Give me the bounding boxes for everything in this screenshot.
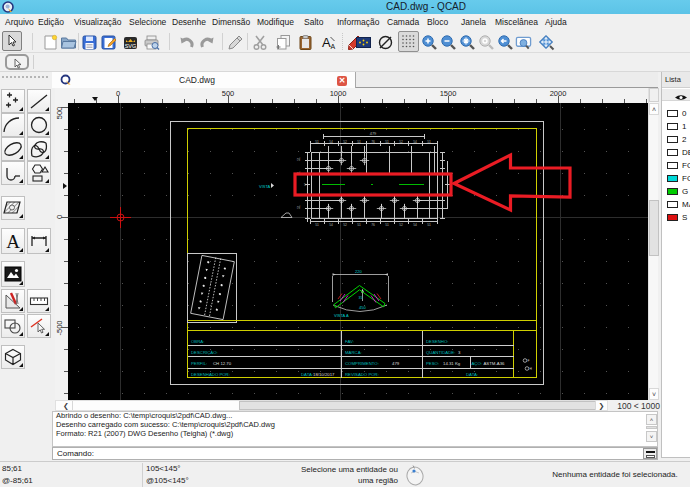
svg-text:51: 51 [427,223,431,227]
svg-text:52: 52 [343,140,347,144]
svg-text:DESENHADO POR:: DESENHADO POR: [191,372,230,377]
svg-text:SVG: SVG [125,43,137,49]
svg-text:MARCA:: MARCA: [345,350,362,355]
svg-text:51: 51 [315,223,319,227]
svg-text:CH 12.70: CH 12.70 [213,361,232,366]
svg-text:51: 51 [385,140,389,144]
svg-text:51: 51 [315,140,319,144]
svg-text:REVISADO POR:: REVISADO POR: [345,372,379,377]
svg-text:51: 51 [357,223,361,227]
svg-text:51: 51 [427,140,431,144]
svg-text:OBRA:: OBRA: [191,339,204,344]
svg-text:54: 54 [329,223,333,227]
svg-text:14.31 Kg: 14.31 Kg [443,361,461,366]
svg-text:76: 76 [371,223,375,227]
svg-text:DESCRIÇÃO:: DESCRIÇÃO: [191,350,218,355]
svg-text:52: 52 [399,223,403,227]
svg-text:A: A [331,43,336,50]
svg-text:ASTM-A36: ASTM-A36 [484,361,506,366]
svg-text:DESENHO:: DESENHO: [426,339,448,344]
svg-text:479: 479 [370,131,377,136]
svg-text:54: 54 [413,223,417,227]
svg-text:18/10/2017: 18/10/2017 [313,372,335,377]
svg-text:FAV:: FAV: [345,339,354,344]
svg-text:51: 51 [297,205,301,209]
svg-text:PERFIL:: PERFIL: [191,361,207,366]
svg-text:PESO:: PESO: [426,361,439,366]
svg-text:VISTA: VISTA [259,184,271,189]
svg-text:220: 220 [355,269,362,274]
svg-text:F: F [528,359,530,363]
svg-text:VISTA A: VISTA A [334,313,349,318]
svg-text:52: 52 [343,223,347,227]
svg-text:DATA:: DATA: [466,372,478,377]
svg-text:54: 54 [329,140,333,144]
svg-text:51: 51 [385,223,389,227]
svg-text:35: 35 [359,296,363,300]
svg-text:500: 500 [55,107,64,120]
svg-text:76: 76 [371,140,375,144]
svg-text:51: 51 [357,140,361,144]
svg-text:5: 5 [304,183,306,187]
svg-text:54: 54 [413,140,417,144]
svg-text:450: 450 [359,305,366,310]
svg-text:COMPRIMENTO:: COMPRIMENTO: [345,361,379,366]
svg-text:52: 52 [399,140,403,144]
svg-text:479: 479 [392,361,400,366]
svg-text:51: 51 [297,157,301,161]
svg-text:DATA:: DATA: [301,372,313,377]
svg-text:A: A [6,231,20,252]
svg-text:AÇO:: AÇO: [472,361,483,366]
svg-text:QUANTIDADE:: QUANTIDADE: [426,350,455,355]
